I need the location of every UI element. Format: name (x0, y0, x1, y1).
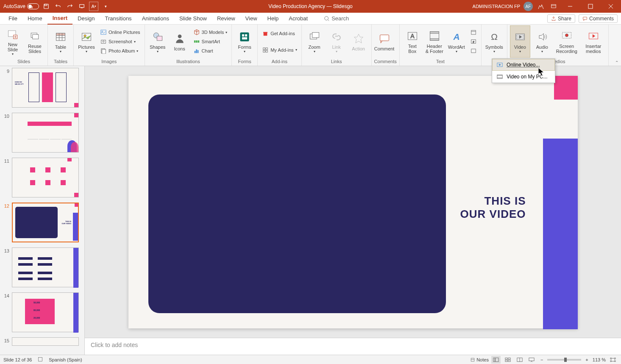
font-size-qat[interactable]: A▾ (89, 2, 98, 11)
video-on-pc-menuitem[interactable]: Video on My PC... (492, 71, 555, 83)
video-button[interactable]: Video▾ (510, 25, 530, 58)
slide-sorter-button[interactable] (503, 356, 512, 364)
slide-video-placeholder[interactable] (148, 94, 446, 313)
thumbnail-12[interactable]: 12 THIS ISOUR VIDEO (2, 203, 83, 242)
redo-button[interactable] (65, 2, 75, 11)
thumbnail-9[interactable]: 9 HOW DOWE DO IT? (2, 68, 83, 108)
insertar-medios-button[interactable]: Insertar medios (581, 25, 606, 58)
tab-slideshow[interactable]: Slide Show (174, 13, 212, 25)
thumbnail-15[interactable]: 15 (2, 337, 83, 346)
icons-button[interactable]: Icons (170, 25, 190, 58)
ribbon-display-options[interactable] (549, 2, 558, 11)
screen-recording-button[interactable]: Screen Recording (554, 25, 579, 58)
comments-button[interactable]: Comments (579, 14, 618, 23)
svg-rect-35 (266, 47, 267, 49)
thumbnail-13[interactable]: 13 (2, 247, 83, 287)
online-video-label: Online Video... (507, 62, 540, 68)
fit-to-window-button[interactable] (608, 356, 618, 364)
notes-pane[interactable]: Click to add notes (85, 338, 621, 355)
comment-button[interactable]: Comment (374, 25, 395, 58)
title-bar: AutoSave Off A▾ ▾ Video Production Agenc… (0, 0, 621, 13)
zoom-percent[interactable]: 113 % (593, 357, 606, 362)
tab-help[interactable]: Help (262, 13, 284, 25)
zoom-out-button[interactable]: − (539, 357, 545, 362)
date-time-button[interactable] (468, 28, 479, 36)
forms-button[interactable]: Forms▾ (234, 25, 255, 58)
symbols-button[interactable]: ΩSymbols▾ (484, 25, 504, 58)
photo-album-button[interactable]: Photo Album ▾ (98, 47, 142, 55)
get-addins-button[interactable]: Get Add-ins (260, 29, 298, 38)
account-avatar[interactable]: AF (524, 2, 533, 11)
object-button[interactable] (468, 47, 479, 55)
tab-transitions[interactable]: Transitions (100, 13, 137, 25)
link-button[interactable]: Link▾ (326, 25, 347, 58)
screenshot-button[interactable]: Screenshot ▾ (98, 37, 142, 46)
svg-rect-60 (495, 358, 498, 361)
svg-rect-45 (430, 39, 439, 40)
thumbnail-14[interactable]: 14 50,000 80,000 20,000 (2, 292, 83, 332)
online-pictures-button[interactable]: Online Pictures (98, 28, 142, 36)
online-video-menuitem[interactable]: Online Video... (492, 59, 555, 71)
search-input[interactable]: Search (321, 14, 351, 22)
collapse-ribbon-button[interactable]: ⌃ (615, 60, 618, 65)
tab-file[interactable]: File (3, 13, 22, 25)
new-slide-button[interactable]: New Slide ▾ (3, 25, 23, 58)
undo-button[interactable] (53, 2, 63, 11)
svg-rect-28 (196, 50, 197, 53)
svg-point-23 (178, 34, 181, 38)
audio-button[interactable]: Audio▾ (532, 25, 552, 58)
minimize-button[interactable] (562, 0, 579, 13)
coming-soon-icon[interactable] (536, 2, 546, 11)
tab-view[interactable]: View (240, 13, 262, 25)
smartart-icon (193, 38, 200, 45)
qat-customize[interactable]: ▾ (101, 2, 110, 11)
tab-home[interactable]: Home (22, 13, 47, 25)
pictures-button[interactable]: Pictures ▾ (76, 25, 97, 58)
save-button[interactable] (42, 2, 51, 11)
notes-toggle[interactable]: Notes (470, 357, 489, 362)
slide-title-text[interactable]: THIS IS OUR VIDEO (460, 195, 526, 221)
header-footer-button[interactable]: Header & Footer (424, 25, 445, 58)
slide-number-button[interactable]: # (468, 37, 479, 46)
video-on-pc-icon (496, 73, 503, 80)
slide-purple-bar[interactable] (543, 139, 578, 329)
maximize-button[interactable] (582, 0, 599, 13)
close-button[interactable] (602, 0, 619, 13)
slide-canvas[interactable]: THIS IS OUR VIDEO (128, 76, 578, 328)
zoom-button[interactable]: Zoom▾ (304, 25, 325, 58)
tab-insert[interactable]: Insert (47, 13, 72, 25)
account-name[interactable]: ADMINISTRACION FP (473, 4, 520, 9)
my-addins-button[interactable]: My Add-ins ▾ (260, 46, 298, 54)
group-text: AText Box Header & Footer AWordArt▾ # Te… (400, 25, 482, 66)
tab-acrobat[interactable]: Acrobat (284, 13, 313, 25)
present-from-start-button[interactable] (77, 2, 86, 11)
table-button[interactable]: Table ▾ (50, 25, 71, 58)
wordart-button[interactable]: AWordArt▾ (446, 25, 467, 58)
text-box-button[interactable]: AText Box (402, 25, 423, 58)
thumbnails-panel[interactable]: 9 HOW DOWE DO IT? 10 11 (0, 66, 85, 355)
thumbnail-10[interactable]: 10 (2, 113, 83, 153)
accessibility-icon[interactable] (38, 357, 43, 363)
tab-review[interactable]: Review (212, 13, 240, 25)
reading-view-button[interactable] (515, 356, 524, 364)
tab-animations[interactable]: Animations (137, 13, 174, 25)
zoom-in-button[interactable]: + (584, 357, 590, 362)
autosave-toggle[interactable]: AutoSave Off (3, 3, 39, 9)
3d-models-button[interactable]: 3D Models ▾ (192, 28, 229, 36)
slide-pink-square[interactable] (554, 76, 578, 100)
chart-button[interactable]: Chart (192, 47, 229, 55)
zoom-slider[interactable] (547, 359, 581, 361)
language-status[interactable]: Spanish (Spain) (49, 357, 82, 362)
shapes-button[interactable]: Shapes▾ (148, 25, 168, 58)
slideshow-button[interactable] (527, 356, 536, 364)
smartart-button[interactable]: SmartArt (192, 37, 229, 46)
share-button[interactable]: Share (547, 14, 575, 23)
tab-design[interactable]: Design (72, 13, 100, 25)
thumbnail-11[interactable]: 11 (2, 158, 83, 197)
notes-placeholder: Click to add notes (91, 342, 138, 348)
action-button[interactable]: Action (348, 25, 369, 58)
slide-count[interactable]: Slide 12 of 36 (3, 357, 32, 362)
slide-canvas-wrap[interactable]: THIS IS OUR VIDEO (85, 66, 621, 338)
normal-view-button[interactable] (491, 356, 501, 364)
reuse-slides-button[interactable]: Reuse Slides (25, 25, 45, 58)
